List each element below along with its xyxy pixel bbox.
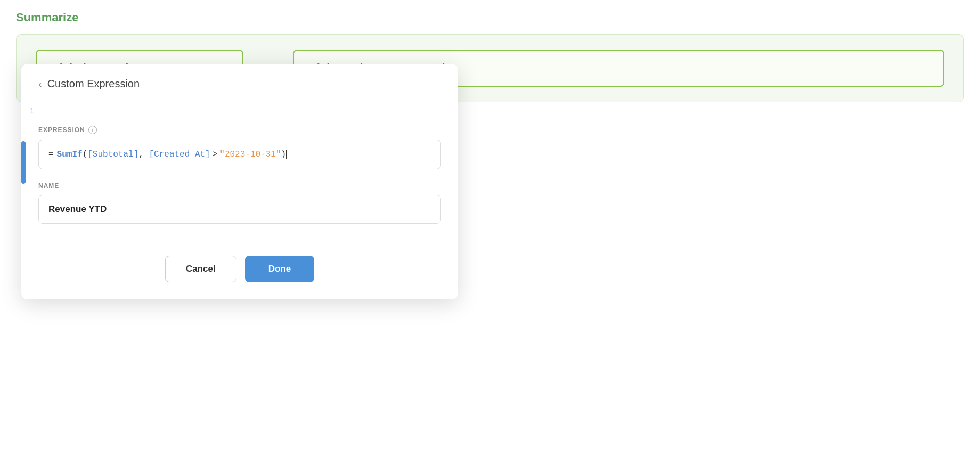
expr-field2: [Created At] xyxy=(149,150,210,159)
custom-expression-modal: ‹ Custom Expression 1 EXPRESSION i = Sum… xyxy=(21,64,458,299)
done-button[interactable]: Done xyxy=(245,256,315,282)
cancel-button[interactable]: Cancel xyxy=(165,256,236,282)
expression-input[interactable]: = SumIf ( [Subtotal] , [Created At] > "2… xyxy=(38,140,441,169)
expr-field1: [Subtotal] xyxy=(87,150,138,159)
expr-equals: = xyxy=(48,150,54,159)
page-title: Summarize xyxy=(16,11,964,25)
modal-footer: Cancel Done xyxy=(21,256,458,299)
expr-string: "2023-10-31" xyxy=(219,150,281,159)
page-container: Summarize Pick the metric you want to se… xyxy=(0,0,980,457)
line-number-area: 1 xyxy=(21,99,458,115)
modal-body: EXPRESSION i = SumIf ( [Subtotal] , [Cre… xyxy=(21,115,458,256)
info-icon[interactable]: i xyxy=(88,126,97,134)
modal-title: Custom Expression xyxy=(47,78,140,90)
expr-gt: > xyxy=(213,150,218,159)
line-number-1: 1 xyxy=(21,105,40,115)
back-icon[interactable]: ‹ xyxy=(38,78,42,90)
expr-open-paren: ( xyxy=(83,150,88,159)
cursor xyxy=(286,150,287,159)
expr-comma: , xyxy=(138,150,144,159)
expr-func: SumIf xyxy=(57,150,83,159)
name-input[interactable]: Revenue YTD xyxy=(38,195,441,224)
expr-close-paren: ) xyxy=(281,150,287,159)
name-label: NAME xyxy=(38,182,441,190)
blue-handle xyxy=(21,141,26,184)
expression-label: EXPRESSION i xyxy=(38,126,441,134)
modal-header: ‹ Custom Expression xyxy=(21,64,458,99)
